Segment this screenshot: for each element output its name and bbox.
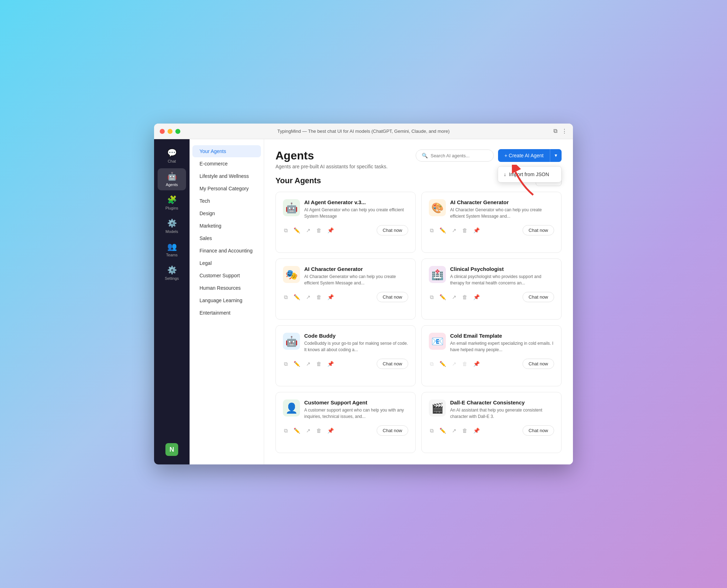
sidebar-settings-label: Settings [165, 276, 179, 281]
agent-desc: A clinical psychologist who provides sup… [450, 273, 554, 286]
pin-icon[interactable]: 📌 [326, 360, 335, 368]
nav-item-human-resources[interactable]: Human Resources [192, 282, 261, 294]
share-icon[interactable]: ⧉ [553, 128, 557, 135]
import-from-json-label: Import from JSON [509, 172, 549, 177]
nav-item-entertainment[interactable]: Entertainment [192, 307, 261, 319]
chat-now-button[interactable]: Chat now [523, 425, 554, 436]
copy-icon[interactable]: ⧉ [283, 293, 289, 301]
share-icon[interactable]: ↗ [305, 360, 312, 368]
copy-icon[interactable]: ⧉ [283, 226, 289, 235]
chat-now-button[interactable]: Chat now [377, 359, 408, 369]
chat-now-button[interactable]: Chat now [377, 292, 408, 302]
nav-item-customer-support[interactable]: Customer Support [192, 270, 261, 282]
agent-avatar: 🤖 [283, 199, 300, 216]
more-icon[interactable]: ⋮ [562, 128, 567, 135]
pin-icon[interactable]: 📌 [326, 426, 335, 435]
edit-icon[interactable]: ✏️ [293, 226, 301, 235]
share-icon[interactable]: ↗ [451, 226, 458, 235]
copy-icon[interactable]: ⧉ [429, 426, 435, 435]
sidebar-teams-label: Teams [166, 253, 177, 257]
agent-name: AI Character Generator [304, 266, 408, 272]
nav-item-tech[interactable]: Tech [192, 195, 261, 207]
agent-card: 🤖 AI Agent Generator v.3... AI Agent Gen… [275, 192, 416, 253]
share-icon[interactable]: ↗ [451, 293, 458, 301]
edit-icon: ✏️ [438, 360, 447, 368]
agent-desc: An AI assistant that help you generate c… [450, 407, 554, 420]
edit-icon[interactable]: ✏️ [438, 426, 447, 435]
sidebar-item-agents[interactable]: 🤖 Agents [158, 168, 186, 190]
search-input[interactable] [431, 153, 488, 158]
delete-icon[interactable]: 🗑 [461, 426, 469, 435]
pin-icon[interactable]: 📌 [472, 226, 481, 235]
copy-icon[interactable]: ⧉ [283, 360, 289, 368]
agent-avatar: 🤖 [283, 333, 300, 350]
share-icon[interactable]: ↗ [451, 426, 458, 435]
share-icon[interactable]: ↗ [305, 293, 312, 301]
edit-icon[interactable]: ✏️ [293, 360, 301, 368]
chat-now-button[interactable]: Chat now [523, 225, 554, 235]
chat-now-button[interactable]: Chat now [523, 359, 554, 369]
nav-item-ecommerce[interactable]: E-commerce [192, 158, 261, 170]
pin-icon[interactable]: 📌 [472, 293, 481, 301]
nav-item-lifestyle[interactable]: Lifestyle and Wellness [192, 170, 261, 182]
create-agent-button[interactable]: + Create AI Agent [498, 149, 550, 162]
nav-item-marketing[interactable]: Marketing [192, 220, 261, 232]
agent-actions: ⧉ ✏️ ↗ 🗑 📌 Chat now [283, 225, 408, 235]
share-icon[interactable]: ↗ [305, 226, 312, 235]
delete-icon[interactable]: 🗑 [315, 293, 323, 301]
sidebar-item-chat[interactable]: 💬 Chat [158, 145, 186, 167]
agent-card: 🎭 AI Character Generator AI Character Ge… [275, 258, 416, 320]
import-from-json-item[interactable]: ↓ Import from JSON [498, 168, 561, 181]
pin-icon[interactable]: 📌 [326, 293, 335, 301]
agent-card-header: 🤖 AI Agent Generator v.3... AI Agent Gen… [283, 199, 408, 219]
delete-icon[interactable]: 🗑 [315, 360, 323, 368]
agent-info: Clinical Psychologist A clinical psychol… [450, 266, 554, 286]
delete-icon[interactable]: 🗑 [461, 226, 469, 234]
nav-item-design[interactable]: Design [192, 207, 261, 219]
nav-item-legal[interactable]: Legal [192, 257, 261, 269]
sidebar-item-models[interactable]: ⚙️ Models [158, 215, 186, 237]
sidebar-item-teams[interactable]: 👥 Teams [158, 239, 186, 261]
agent-avatar: 👤 [283, 399, 300, 416]
nav-item-language-learning[interactable]: Language Learning [192, 294, 261, 306]
sidebar-item-plugins[interactable]: 🧩 Plugins [158, 192, 186, 214]
search-box[interactable]: 🔍 [416, 149, 494, 162]
edit-icon[interactable]: ✏️ [293, 426, 301, 435]
agent-info: AI Character Generator AI Character Gene… [450, 199, 554, 219]
chat-now-button[interactable]: Chat now [523, 292, 554, 302]
copy-icon[interactable]: ⧉ [429, 226, 435, 235]
user-avatar[interactable]: N [165, 443, 178, 456]
create-agent-dropdown-button[interactable]: ▼ [550, 149, 562, 162]
nav-item-sales[interactable]: Sales [192, 232, 261, 244]
nav-item-finance[interactable]: Finance and Accounting [192, 245, 261, 257]
copy-icon[interactable]: ⧉ [283, 426, 289, 435]
edit-icon[interactable]: ✏️ [438, 226, 447, 235]
edit-icon[interactable]: ✏️ [293, 293, 301, 301]
plugins-icon: 🧩 [167, 195, 177, 205]
pin-icon[interactable]: 📌 [472, 426, 481, 435]
sidebar-item-settings[interactable]: ⚙️ Settings [158, 262, 186, 284]
chat-now-button[interactable]: Chat now [377, 225, 408, 235]
teams-icon: 👥 [167, 242, 177, 251]
agent-info: AI Character Generator AI Character Gene… [304, 266, 408, 286]
copy-icon[interactable]: ⧉ [429, 293, 435, 301]
edit-icon[interactable]: ✏️ [438, 293, 447, 301]
share-icon[interactable]: ↗ [305, 426, 312, 435]
nav-item-my-personal[interactable]: My Personal Category [192, 183, 261, 195]
share-icon: ↗ [451, 360, 458, 368]
agents-icon: 🤖 [167, 172, 177, 181]
chat-now-button[interactable]: Chat now [377, 425, 408, 436]
delete-icon[interactable]: 🗑 [315, 226, 323, 234]
delete-icon[interactable]: 🗑 [461, 293, 469, 301]
pin-icon[interactable]: 📌 [326, 226, 335, 235]
copy-icon: ⧉ [429, 360, 435, 368]
agent-actions: ⧉ ✏️ ↗ 🗑 📌 Chat now [429, 425, 554, 436]
maximize-button[interactable] [175, 129, 180, 134]
pin-icon[interactable]: 📌 [472, 360, 481, 368]
delete-icon[interactable]: 🗑 [315, 426, 323, 435]
agent-card-header: 👤 Customer Support Agent A customer supp… [283, 399, 408, 420]
nav-item-your-agents[interactable]: Your Agents [192, 145, 261, 157]
close-button[interactable] [160, 129, 165, 134]
minimize-button[interactable] [168, 129, 173, 134]
agent-actions: ⧉ ✏️ ↗ 🗑 📌 Chat now [283, 292, 408, 302]
